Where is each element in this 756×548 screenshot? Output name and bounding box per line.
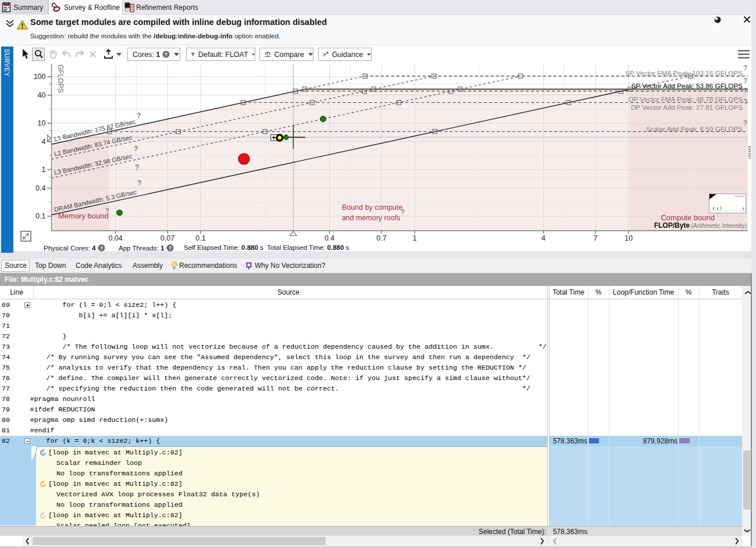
svg-text:?: ? xyxy=(743,77,747,85)
svg-text:40: 40 xyxy=(38,91,46,99)
svg-text:0.4: 0.4 xyxy=(35,184,45,192)
svg-text:FLOP/Byte: FLOP/Byte xyxy=(654,221,690,230)
svg-text:4: 4 xyxy=(42,138,46,146)
svg-text:0.7: 0.7 xyxy=(376,234,386,242)
svg-text:SP Vector FMA Peak: 103.16 GFL: SP Vector FMA Peak: 103.16 GFLOPS xyxy=(625,69,743,77)
svg-text:?: ? xyxy=(135,163,139,171)
svg-text:?: ? xyxy=(401,208,405,215)
svg-text:DP Vector Add Peak: 27.81 GFLO: DP Vector Add Peak: 27.81 GFLOPS xyxy=(631,103,743,111)
svg-text:?: ? xyxy=(134,145,138,153)
svg-text:GFLOPS: GFLOPS xyxy=(56,65,65,93)
svg-text:Compute bound: Compute bound xyxy=(661,213,715,222)
svg-text:Memory bound: Memory bound xyxy=(58,212,109,220)
svg-text:?: ? xyxy=(137,179,141,187)
svg-text:DP Vector FMA Peak: 48.78 GFLO: DP Vector FMA Peak: 48.78 GFLOPS xyxy=(629,95,743,103)
svg-text:1: 1 xyxy=(413,234,417,242)
svg-text:?: ? xyxy=(743,87,747,95)
svg-text:Scalar Add Peak: 6.59 GFLOPS: Scalar Add Peak: 6.59 GFLOPS xyxy=(646,125,743,132)
svg-text:and memory roofs: and memory roofs xyxy=(342,214,401,222)
svg-text:0.04: 0.04 xyxy=(108,234,122,242)
svg-text:SP Vector Add Peak: 53.86 GFLO: SP Vector Add Peak: 53.86 GFLOPS xyxy=(632,82,743,89)
svg-text:10: 10 xyxy=(625,234,633,242)
svg-text:0.07: 0.07 xyxy=(161,234,174,242)
svg-text:?: ? xyxy=(105,207,109,214)
svg-text:?: ? xyxy=(743,119,747,127)
svg-text:0.4: 0.4 xyxy=(324,234,334,242)
svg-text:?: ? xyxy=(743,64,747,72)
svg-text:4: 4 xyxy=(541,234,545,242)
svg-text:0.1: 0.1 xyxy=(195,234,205,242)
svg-text:?: ? xyxy=(137,112,141,120)
svg-text:?: ? xyxy=(168,245,172,251)
svg-text:?: ? xyxy=(99,245,103,251)
svg-text:10: 10 xyxy=(38,119,46,127)
svg-text:?: ? xyxy=(165,52,168,58)
svg-text:1: 1 xyxy=(42,166,46,174)
svg-text:7: 7 xyxy=(594,234,598,242)
svg-text:0.1: 0.1 xyxy=(35,212,45,220)
svg-text:(Arithmetic Intensity): (Arithmetic Intensity) xyxy=(691,222,747,229)
svg-text:?: ? xyxy=(743,98,747,106)
svg-text:Bound by compute: Bound by compute xyxy=(342,203,402,212)
svg-text:100: 100 xyxy=(34,73,46,81)
